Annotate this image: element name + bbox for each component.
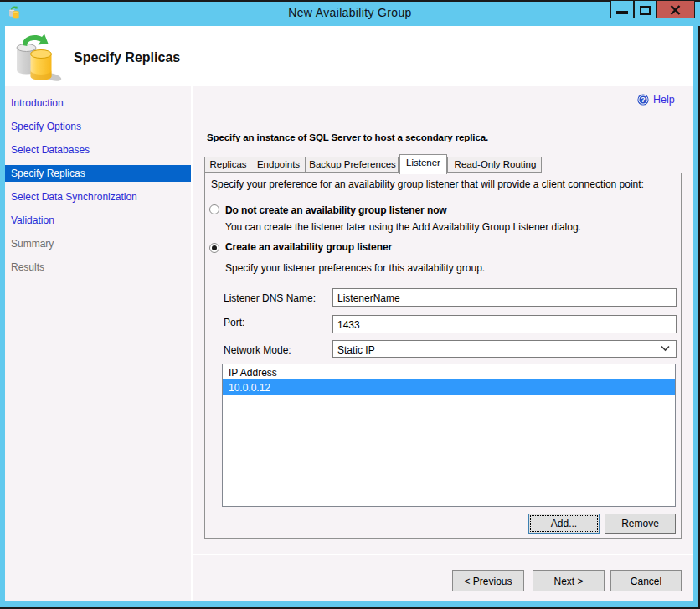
svg-text:?: ? xyxy=(641,95,646,104)
